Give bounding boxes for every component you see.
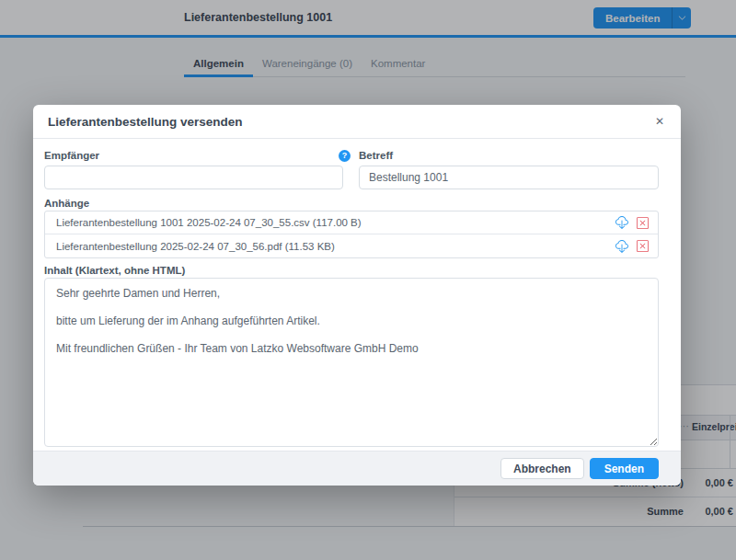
send-button[interactable]: Senden [590, 458, 659, 479]
cloud-download-icon[interactable] [614, 214, 630, 231]
empfaenger-label: Empfänger [44, 150, 99, 161]
screen: Lieferantenbestellung 1001 Bearbeiten Al… [0, 0, 736, 560]
close-icon[interactable]: ✕ [651, 105, 668, 139]
modal-footer: Abbrechen Senden [33, 451, 681, 486]
attachment-name: Lieferantenbestellung 1001 2025-02-24 07… [56, 217, 614, 228]
modal-title: Lieferantenbestellung versenden [48, 105, 243, 139]
info-icon[interactable]: ? [339, 150, 351, 162]
betreff-label: Betreff [359, 150, 393, 161]
send-order-modal: Lieferantenbestellung versenden ✕ Empfän… [33, 105, 681, 486]
betreff-input[interactable] [359, 166, 659, 189]
delete-x-square-icon[interactable] [634, 238, 650, 255]
content-textarea[interactable]: Sehr geehrte Damen und Herren, bitte um … [44, 278, 659, 447]
attachment-name: Lieferantenbestellung 2025-02-24 07_30_5… [56, 241, 614, 252]
attachment-row: Lieferantenbestellung 2025-02-24 07_30_5… [45, 234, 658, 257]
empfaenger-input[interactable] [44, 166, 343, 189]
modal-header: Lieferantenbestellung versenden ✕ [33, 105, 681, 139]
delete-x-square-icon[interactable] [634, 214, 650, 231]
attachment-row: Lieferantenbestellung 1001 2025-02-24 07… [45, 211, 658, 234]
anhaenge-label: Anhänge [44, 198, 89, 209]
attachment-list: Lieferantenbestellung 1001 2025-02-24 07… [44, 211, 659, 258]
inhalt-label: Inhalt (Klartext, ohne HTML) [44, 265, 185, 276]
cancel-button[interactable]: Abbrechen [500, 458, 584, 479]
cloud-download-icon[interactable] [614, 238, 630, 255]
